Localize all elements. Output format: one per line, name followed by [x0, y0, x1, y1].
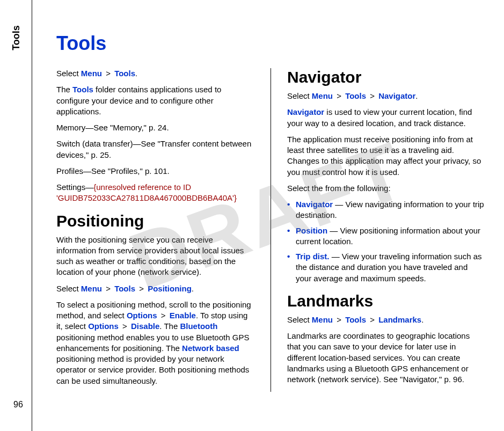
enable-link: Enable: [170, 311, 196, 320]
left-column: Select Menu > Tools. The Tools folder co…: [56, 68, 254, 392]
bluetooth-link: Bluetooth: [180, 322, 217, 331]
navigator-item-label: Navigator: [296, 200, 333, 209]
column-divider: [271, 68, 271, 392]
tools-link: Tools: [345, 91, 366, 100]
main-title: Tools: [56, 32, 485, 55]
switch-ref: Switch (data transfer)—See "Transfer con…: [56, 138, 254, 160]
sidebar: Tools 96: [0, 0, 32, 431]
intro-description: The Tools folder contains applications u…: [56, 84, 254, 117]
settings-ref: Settings—{unresolved reference to ID 'GU…: [56, 182, 254, 204]
position-item-label: Position: [296, 226, 327, 235]
list-item: Navigator — View navigating information …: [287, 199, 485, 221]
right-column: Navigator Select Menu > Tools > Navigato…: [287, 68, 485, 392]
menu-link: Menu: [81, 69, 102, 78]
landmarks-desc: Landmarks are coordinates to geographic …: [287, 331, 485, 385]
content-area: DRAFT Tools Select Menu > Tools. The Too…: [32, 0, 504, 431]
options-link: Options: [88, 322, 119, 331]
positioning-desc: With the positioning service you can rec…: [56, 235, 254, 278]
positioning-title: Positioning: [56, 212, 254, 230]
tripdist-item-label: Trip dist.: [296, 252, 330, 261]
landmarks-link: Landmarks: [378, 315, 421, 324]
profiles-ref: Profiles—See "Profiles," p. 101.: [56, 166, 254, 177]
columns: Select Menu > Tools. The Tools folder co…: [56, 68, 485, 392]
menu-link: Menu: [312, 315, 333, 324]
tools-folder-link: Tools: [72, 85, 93, 94]
list-item: Position — View positioning information …: [287, 225, 485, 247]
page-container: Tools 96 DRAFT Tools Select Menu > Tools…: [0, 0, 504, 431]
positioning-method: To select a positioning method, scroll t…: [56, 299, 254, 386]
navigator-select: Select the from the following:: [287, 183, 485, 194]
menu-link: Menu: [312, 91, 333, 100]
tools-link: Tools: [114, 69, 135, 78]
navigator-options-list: Navigator — View navigating information …: [287, 199, 485, 284]
landmarks-path: Select Menu > Tools > Landmarks.: [287, 315, 485, 325]
navigator-satellites: The application must receive positioning…: [287, 134, 485, 178]
landmarks-title: Landmarks: [287, 292, 485, 310]
positioning-link: Positioning: [148, 284, 192, 293]
tools-link: Tools: [114, 284, 135, 293]
menu-link: Menu: [81, 284, 102, 293]
tools-link: Tools: [345, 315, 366, 324]
page-number: 96: [13, 400, 23, 410]
navigator-title: Navigator: [287, 68, 485, 86]
options-link: Options: [127, 311, 157, 320]
memory-ref: Memory—See "Memory," p. 24.: [56, 122, 254, 133]
list-item: Trip dist. — View your traveling informa…: [287, 251, 485, 284]
navigator-desc: Navigator is used to view your current l…: [287, 107, 485, 129]
navigator-link: Navigator: [287, 107, 324, 116]
disable-link: Disable: [131, 322, 159, 331]
positioning-path: Select Menu > Tools > Positioning.: [56, 283, 254, 294]
intro-select-path: Select Menu > Tools.: [56, 68, 254, 79]
network-based-link: Network based: [182, 344, 239, 353]
navigator-link: Navigator: [378, 91, 415, 100]
sidebar-label: Tools: [10, 25, 21, 50]
navigator-path: Select Menu > Tools > Navigator.: [287, 91, 485, 101]
